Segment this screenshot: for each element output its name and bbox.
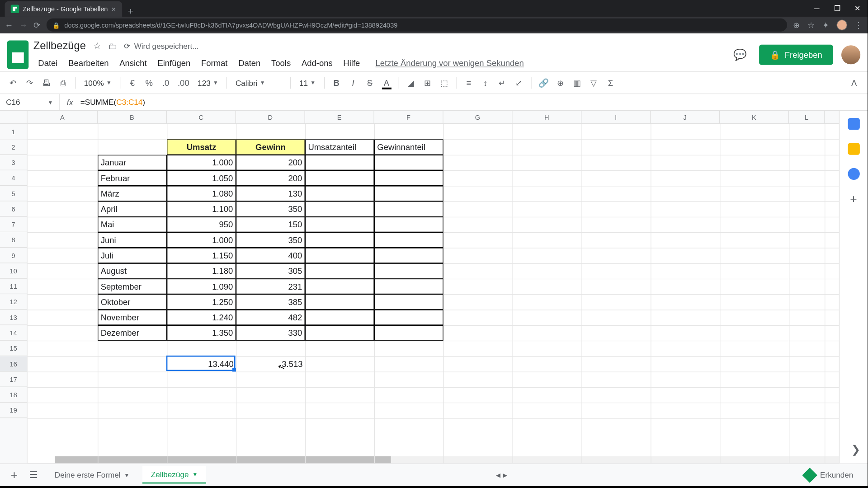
add-sheet-button[interactable]: + [7, 468, 21, 482]
menu-ansicht[interactable]: Ansicht [115, 56, 152, 70]
cell[interactable]: 13.440 [167, 356, 236, 371]
cell[interactable] [305, 310, 374, 325]
cell[interactable]: 1.080 [167, 186, 236, 201]
cell[interactable]: 1.350 [167, 325, 236, 341]
undo-button[interactable]: ↶ [6, 75, 20, 90]
cell[interactable]: 482 [236, 310, 305, 325]
column-header[interactable]: D [236, 111, 305, 123]
cell[interactable] [305, 248, 374, 263]
column-header[interactable]: I [581, 111, 651, 123]
row-header[interactable]: 17 [0, 371, 27, 387]
chart-button[interactable]: ▥ [570, 75, 585, 90]
menu-addons[interactable]: Add-ons [297, 56, 337, 70]
explore-button[interactable]: Erkunden [797, 466, 860, 484]
cell[interactable]: Gewinn [236, 139, 305, 155]
bold-button[interactable]: B [329, 75, 344, 90]
column-header[interactable]: C [167, 111, 236, 123]
cell[interactable]: Juni [98, 232, 167, 248]
cell[interactable]: 1.100 [167, 201, 236, 216]
cell[interactable] [305, 325, 374, 341]
currency-button[interactable]: € [125, 75, 140, 90]
cell[interactable]: April [98, 201, 167, 216]
cell[interactable]: 950 [167, 217, 236, 232]
strikethrough-button[interactable]: S [363, 75, 377, 90]
row-header[interactable]: 2 [0, 139, 27, 155]
cell[interactable]: Dezember [98, 325, 167, 341]
menu-format[interactable]: Format [196, 56, 232, 70]
borders-button[interactable]: ⊞ [420, 75, 435, 90]
cell[interactable] [305, 155, 374, 170]
name-box[interactable]: C16 ▼ [0, 94, 60, 110]
formula-input[interactable]: =SUMME(C3:C14) [80, 98, 868, 107]
last-edit-link[interactable]: Letzte Änderung vor wenigen Sekunden [373, 56, 526, 70]
keep-icon[interactable] [848, 143, 859, 155]
sheet-nav-left-icon[interactable]: ◀ [496, 472, 501, 478]
cell[interactable]: Juli [98, 248, 167, 263]
cell[interactable] [374, 217, 443, 232]
collapse-toolbar-icon[interactable]: ᐱ [847, 75, 862, 90]
column-header[interactable]: K [720, 111, 789, 123]
italic-button[interactable]: I [346, 75, 360, 90]
text-color-button[interactable]: A [379, 75, 394, 90]
row-header[interactable]: 7 [0, 217, 27, 232]
window-minimize-icon[interactable]: ─ [807, 0, 827, 17]
browser-profile-avatar[interactable] [836, 19, 847, 30]
increase-decimal-button[interactable]: .00 [175, 75, 192, 90]
cell[interactable]: Umsatzanteil [305, 139, 374, 155]
cell[interactable] [374, 294, 443, 310]
cell[interactable]: Januar [98, 155, 167, 170]
decrease-decimal-button[interactable]: .0 [159, 75, 173, 90]
cell[interactable] [305, 294, 374, 310]
row-header[interactable]: 13 [0, 310, 27, 325]
column-header[interactable]: J [651, 111, 720, 123]
column-header[interactable]: L [789, 111, 825, 123]
print-button[interactable]: 🖶 [39, 75, 54, 90]
row-header[interactable]: 10 [0, 263, 27, 279]
menu-einfuegen[interactable]: Einfügen [153, 56, 195, 70]
cell[interactable]: 1.090 [167, 279, 236, 294]
menu-hilfe[interactable]: Hilfe [339, 56, 365, 70]
cell[interactable] [305, 232, 374, 248]
filter-button[interactable]: ▽ [587, 75, 601, 90]
sheet-tab-1[interactable]: Deine erste Formel ▼ [46, 467, 137, 483]
menu-bearbeiten[interactable]: Bearbeiten [64, 56, 113, 70]
address-bar[interactable]: 🔒 docs.google.com/spreadsheets/d/1GE-twI… [47, 19, 787, 32]
share-button[interactable]: 🔒 Freigeben [759, 45, 833, 65]
cell[interactable]: 350 [236, 232, 305, 248]
row-header[interactable]: 4 [0, 170, 27, 186]
browser-tab[interactable]: Zellbezüge - Google Tabellen × [5, 1, 122, 17]
cell[interactable] [374, 170, 443, 186]
rotate-button[interactable]: ⤢ [512, 75, 526, 90]
cell[interactable]: 231 [236, 279, 305, 294]
star-icon[interactable]: ☆ [93, 41, 101, 52]
fill-color-button[interactable]: ◢ [404, 75, 418, 90]
cell[interactable]: März [98, 186, 167, 201]
select-all-corner[interactable] [0, 111, 28, 123]
tab-close-icon[interactable]: × [111, 5, 116, 14]
redo-button[interactable]: ↷ [23, 75, 37, 90]
nav-reload-icon[interactable]: ⟳ [33, 20, 41, 30]
menu-datei[interactable]: Datei [33, 56, 62, 70]
cell[interactable]: 385 [236, 294, 305, 310]
font-size-select[interactable]: 11▼ [296, 78, 319, 87]
cell[interactable]: September [98, 279, 167, 294]
cell[interactable]: 3.513 [236, 356, 305, 371]
nav-forward-icon[interactable]: → [19, 20, 27, 30]
column-header[interactable]: E [305, 111, 374, 123]
menu-tools[interactable]: Tools [267, 56, 296, 70]
cell[interactable]: 350 [236, 201, 305, 216]
expand-side-icon[interactable]: ❯ [851, 443, 860, 456]
nav-back-icon[interactable]: ← [5, 20, 13, 30]
font-select[interactable]: Calibri▼ [232, 78, 286, 87]
row-header[interactable]: 11 [0, 279, 27, 294]
cell[interactable]: Gewinnanteil [374, 139, 443, 155]
cell[interactable] [374, 155, 443, 170]
cell[interactable] [374, 201, 443, 216]
cell[interactable] [374, 232, 443, 248]
chevron-down-icon[interactable]: ▼ [192, 471, 198, 477]
column-header[interactable]: A [28, 111, 98, 123]
sheets-logo-icon[interactable] [7, 41, 28, 69]
row-header[interactable]: 19 [0, 403, 27, 418]
cell[interactable]: 200 [236, 155, 305, 170]
column-header[interactable]: B [98, 111, 167, 123]
